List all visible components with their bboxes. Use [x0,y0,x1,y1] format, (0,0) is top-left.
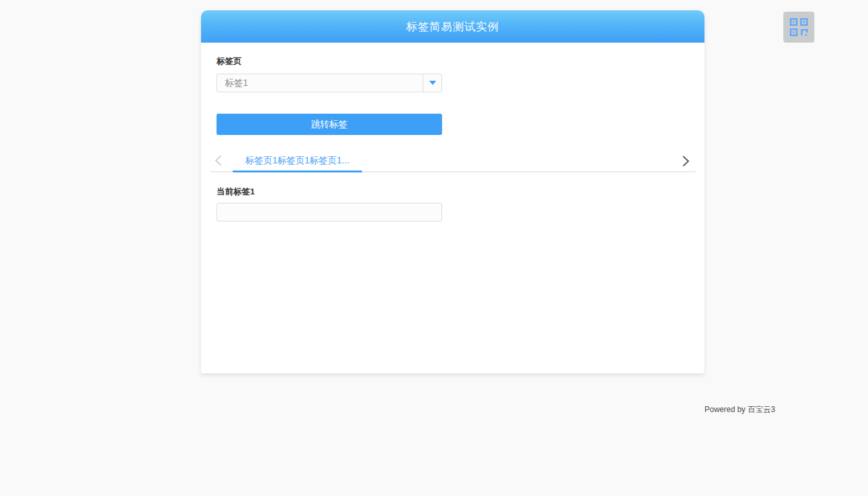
card-body: 标签页 标签1 跳转标签 标签页1标签页1标签页1... [201,56,704,222]
app-card: 标签简易测试实例 标签页 标签1 跳转标签 标签页1标签页1标签页1... [201,10,704,373]
page-background: 标签简易测试实例 标签页 标签1 跳转标签 标签页1标签页1标签页1... [0,0,868,496]
current-tab-input[interactable] [217,203,442,222]
caret-down-icon[interactable] [423,74,441,92]
tab-select-value: 标签1 [217,74,423,92]
chevron-left-icon[interactable] [214,154,223,167]
page-title: 标签简易测试实例 [407,19,500,34]
tab-select-label: 标签页 [217,56,704,67]
card-header: 标签简易测试实例 [201,10,704,43]
tab-bar: 标签页1标签页1标签页1... [210,150,695,172]
current-tab-label: 当前标签1 [217,186,704,198]
tab-label: 标签页1标签页1标签页1... [245,155,349,167]
powered-by-footer: Powered by 百宝云3 [704,404,775,415]
footer-text: Powered by 百宝云3 [704,405,775,414]
chevron-right-icon[interactable] [681,155,690,167]
tab-item-active[interactable]: 标签页1标签页1标签页1... [233,150,362,171]
qr-code-button[interactable] [783,12,814,43]
qr-code-icon [790,18,808,36]
active-tab-underline [233,170,362,172]
jump-tab-button[interactable]: 跳转标签 [217,114,442,135]
tab-select[interactable]: 标签1 [217,74,442,92]
